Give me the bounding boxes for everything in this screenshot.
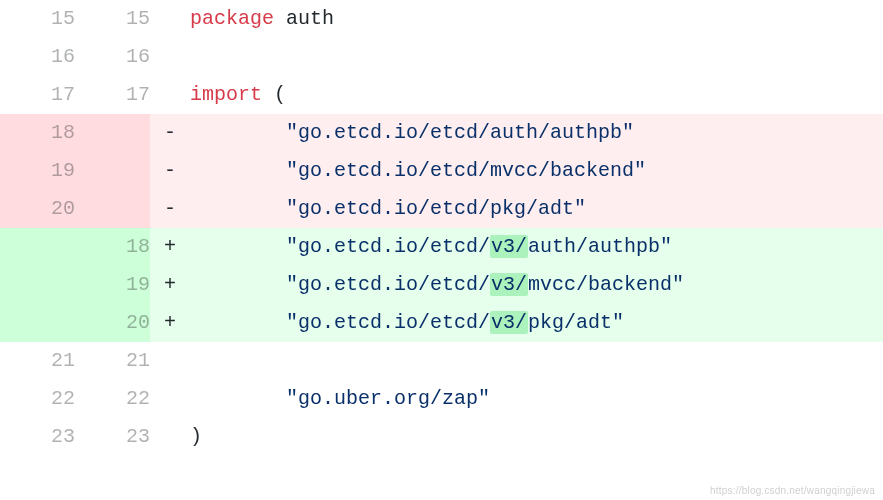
code-content[interactable] xyxy=(190,342,883,380)
diff-line[interactable]: 2323 ) xyxy=(0,418,883,456)
code-content[interactable]: ) xyxy=(190,418,883,456)
old-line-number[interactable]: 17 xyxy=(0,76,75,114)
new-line-number[interactable]: 15 xyxy=(75,0,150,38)
old-line-number[interactable]: 23 xyxy=(0,418,75,456)
new-line-number[interactable]: 18 xyxy=(75,228,150,266)
old-line-number[interactable]: 22 xyxy=(0,380,75,418)
old-line-number[interactable]: 18 xyxy=(0,114,75,152)
old-line-number[interactable]: 15 xyxy=(0,0,75,38)
diff-line[interactable]: 1717 import ( xyxy=(0,76,883,114)
old-line-number[interactable]: 19 xyxy=(0,152,75,190)
old-line-number[interactable] xyxy=(0,266,75,304)
diff-marker: - xyxy=(150,190,190,228)
code-content[interactable]: "go.etcd.io/etcd/auth/authpb" xyxy=(190,114,883,152)
diff-marker xyxy=(150,76,190,114)
diff-line[interactable]: 2222 "go.uber.org/zap" xyxy=(0,380,883,418)
diff-marker xyxy=(150,342,190,380)
code-content[interactable] xyxy=(190,38,883,76)
diff-line[interactable]: 1515 package auth xyxy=(0,0,883,38)
diff-line[interactable]: 20+ "go.etcd.io/etcd/v3/pkg/adt" xyxy=(0,304,883,342)
new-line-number[interactable]: 17 xyxy=(75,76,150,114)
diff-table: 1515 package auth1616 1717 import (18- "… xyxy=(0,0,883,456)
code-content[interactable]: "go.etcd.io/etcd/mvcc/backend" xyxy=(190,152,883,190)
code-content[interactable]: package auth xyxy=(190,0,883,38)
diff-body: 1515 package auth1616 1717 import (18- "… xyxy=(0,0,883,456)
diff-line[interactable]: 19- "go.etcd.io/etcd/mvcc/backend" xyxy=(0,152,883,190)
new-line-number[interactable]: 16 xyxy=(75,38,150,76)
diff-marker xyxy=(150,418,190,456)
diff-line[interactable]: 19+ "go.etcd.io/etcd/v3/mvcc/backend" xyxy=(0,266,883,304)
old-line-number[interactable]: 16 xyxy=(0,38,75,76)
new-line-number[interactable] xyxy=(75,152,150,190)
diff-marker: - xyxy=(150,114,190,152)
diff-marker: + xyxy=(150,266,190,304)
code-content[interactable]: "go.etcd.io/etcd/v3/pkg/adt" xyxy=(190,304,883,342)
diff-marker xyxy=(150,38,190,76)
diff-line[interactable]: 20- "go.etcd.io/etcd/pkg/adt" xyxy=(0,190,883,228)
diff-line[interactable]: 18- "go.etcd.io/etcd/auth/authpb" xyxy=(0,114,883,152)
new-line-number[interactable]: 20 xyxy=(75,304,150,342)
diff-marker xyxy=(150,0,190,38)
old-line-number[interactable] xyxy=(0,304,75,342)
diff-line[interactable]: 2121 xyxy=(0,342,883,380)
diff-marker: + xyxy=(150,304,190,342)
code-content[interactable]: import ( xyxy=(190,76,883,114)
old-line-number[interactable]: 20 xyxy=(0,190,75,228)
old-line-number[interactable] xyxy=(0,228,75,266)
diff-marker: + xyxy=(150,228,190,266)
new-line-number[interactable]: 22 xyxy=(75,380,150,418)
diff-line[interactable]: 1616 xyxy=(0,38,883,76)
diff-marker: - xyxy=(150,152,190,190)
new-line-number[interactable]: 21 xyxy=(75,342,150,380)
new-line-number[interactable] xyxy=(75,190,150,228)
new-line-number[interactable] xyxy=(75,114,150,152)
diff-marker xyxy=(150,380,190,418)
code-content[interactable]: "go.etcd.io/etcd/v3/mvcc/backend" xyxy=(190,266,883,304)
code-content[interactable]: "go.etcd.io/etcd/v3/auth/authpb" xyxy=(190,228,883,266)
code-content[interactable]: "go.uber.org/zap" xyxy=(190,380,883,418)
diff-line[interactable]: 18+ "go.etcd.io/etcd/v3/auth/authpb" xyxy=(0,228,883,266)
new-line-number[interactable]: 19 xyxy=(75,266,150,304)
old-line-number[interactable]: 21 xyxy=(0,342,75,380)
code-content[interactable]: "go.etcd.io/etcd/pkg/adt" xyxy=(190,190,883,228)
new-line-number[interactable]: 23 xyxy=(75,418,150,456)
